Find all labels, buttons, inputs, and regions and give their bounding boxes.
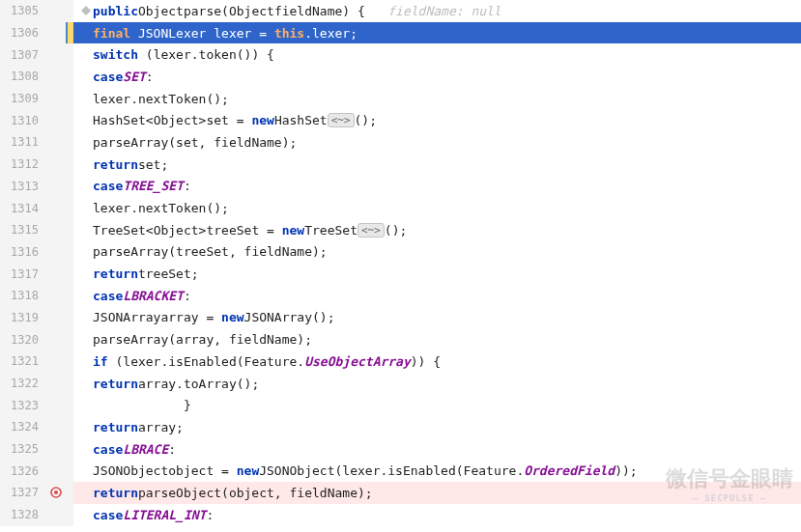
code-text[interactable]: case SET: xyxy=(73,66,154,88)
code-line[interactable]: 1305 public Object parse(Object fieldNam… xyxy=(0,0,801,22)
code-text[interactable]: case TREE_SET: xyxy=(73,176,191,198)
line-number: 1319 xyxy=(0,307,46,329)
code-text[interactable]: parseArray(set, fieldName); xyxy=(73,131,297,154)
code-line[interactable]: 1328 case LITERAL_INT: xyxy=(0,504,801,526)
error-icon[interactable] xyxy=(46,482,66,504)
code-line[interactable]: 1325 case LBRACE: xyxy=(0,438,801,461)
line-number: 1315 xyxy=(0,219,46,241)
code-line[interactable]: 1322 return array.toArray(); xyxy=(0,373,801,395)
code-text[interactable]: public Object parse(Object fieldName) { … xyxy=(73,0,501,22)
code-line[interactable]: 1307 switch (lexer.token()) { xyxy=(0,43,801,66)
code-text[interactable]: lexer.nextToken(); xyxy=(73,88,229,110)
svg-point-2 xyxy=(54,490,58,494)
code-text[interactable]: TreeSet<Object> treeSet = new TreeSet<~>… xyxy=(73,219,407,241)
gutter-marker xyxy=(46,22,66,44)
code-text[interactable]: parseArray(array, fieldName); xyxy=(73,328,312,350)
code-text[interactable]: lexer.nextToken(); xyxy=(73,197,229,219)
code-text[interactable]: JSONArray array = new JSONArray(); xyxy=(73,307,335,329)
code-text[interactable]: } xyxy=(73,394,191,416)
code-text[interactable]: if (lexer.isEnabled(Feature.UseObjectArr… xyxy=(73,350,441,373)
line-number: 1317 xyxy=(0,263,46,285)
diamond-hint: <~> xyxy=(328,113,355,127)
line-number: 1316 xyxy=(0,241,46,264)
code-line-error[interactable]: 1327 return parseObject(object, fieldNam… xyxy=(0,482,801,504)
inlay-hint: fieldName: null xyxy=(387,4,501,18)
line-number: 1306 xyxy=(0,22,46,44)
code-line-selected[interactable]: 1306 final JSONLexer lexer = this.lexer; xyxy=(0,22,801,44)
line-number: 1310 xyxy=(0,109,46,131)
line-number: 1327 xyxy=(0,482,46,504)
code-text[interactable]: return treeSet; xyxy=(73,263,199,285)
line-number: 1326 xyxy=(0,460,46,482)
code-text[interactable]: case LBRACE: xyxy=(73,438,176,461)
code-line[interactable]: 1319 JSONArray array = new JSONArray(); xyxy=(0,307,801,329)
code-editor[interactable]: 1305 public Object parse(Object fieldNam… xyxy=(0,0,801,526)
line-number: 1318 xyxy=(0,285,46,307)
code-line[interactable]: 1314 lexer.nextToken(); xyxy=(0,197,801,219)
line-number: 1309 xyxy=(0,88,46,110)
line-number: 1323 xyxy=(0,394,46,416)
code-line[interactable]: 1313 case TREE_SET: xyxy=(0,176,801,198)
code-line[interactable]: 1309 lexer.nextToken(); xyxy=(0,88,801,110)
code-text[interactable]: return set; xyxy=(73,154,168,176)
code-line[interactable]: 1320 parseArray(array, fieldName); xyxy=(0,328,801,350)
line-number: 1322 xyxy=(0,373,46,395)
code-line[interactable]: 1315 TreeSet<Object> treeSet = new TreeS… xyxy=(0,219,801,241)
code-text[interactable]: case LBRACKET: xyxy=(73,285,191,307)
line-number: 1328 xyxy=(0,504,46,526)
code-line[interactable]: 1318 case LBRACKET: xyxy=(0,285,801,307)
code-line[interactable]: 1323 } xyxy=(0,394,801,416)
code-line[interactable]: 1310 HashSet<Object> set = new HashSet<~… xyxy=(0,109,801,131)
line-number: 1308 xyxy=(0,66,46,88)
code-line[interactable]: 1316 parseArray(treeSet, fieldName); xyxy=(0,241,801,264)
gutter-stripe xyxy=(66,0,73,22)
line-number: 1313 xyxy=(0,176,46,198)
code-text[interactable]: switch (lexer.token()) { xyxy=(73,43,274,66)
code-line[interactable]: 1321 if (lexer.isEnabled(Feature.UseObje… xyxy=(0,350,801,373)
code-line[interactable]: 1308 case SET: xyxy=(0,66,801,88)
code-text[interactable]: return array.toArray(); xyxy=(73,373,259,395)
line-number: 1324 xyxy=(0,416,46,438)
code-text[interactable]: case LITERAL_INT: xyxy=(73,504,214,526)
code-line[interactable]: 1317 return treeSet; xyxy=(0,263,801,285)
code-text[interactable]: final JSONLexer lexer = this.lexer; xyxy=(73,22,801,44)
code-text[interactable]: return parseObject(object, fieldName); xyxy=(73,482,801,504)
diamond-hint: <~> xyxy=(358,223,385,238)
line-number: 1320 xyxy=(0,328,46,350)
line-number: 1321 xyxy=(0,350,46,373)
code-line[interactable]: 1312 return set; xyxy=(0,154,801,176)
code-line[interactable]: 1324 return array; xyxy=(0,416,801,438)
line-number: 1307 xyxy=(0,43,46,66)
line-number: 1325 xyxy=(0,438,46,461)
line-number: 1312 xyxy=(0,154,46,176)
code-text[interactable]: return array; xyxy=(73,416,184,438)
code-line[interactable]: 1311 parseArray(set, fieldName); xyxy=(0,131,801,154)
code-text[interactable]: JSONObject object = new JSONObject(lexer… xyxy=(73,460,638,482)
gutter-stripe-execution xyxy=(66,22,73,44)
gutter-marker xyxy=(46,0,66,22)
line-number: 1314 xyxy=(0,197,46,219)
code-text[interactable]: parseArray(treeSet, fieldName); xyxy=(73,241,328,264)
code-text[interactable]: HashSet<Object> set = new HashSet<~>(); xyxy=(73,109,377,131)
line-number: 1311 xyxy=(0,131,46,154)
code-line[interactable]: 1326 JSONObject object = new JSONObject(… xyxy=(0,460,801,482)
